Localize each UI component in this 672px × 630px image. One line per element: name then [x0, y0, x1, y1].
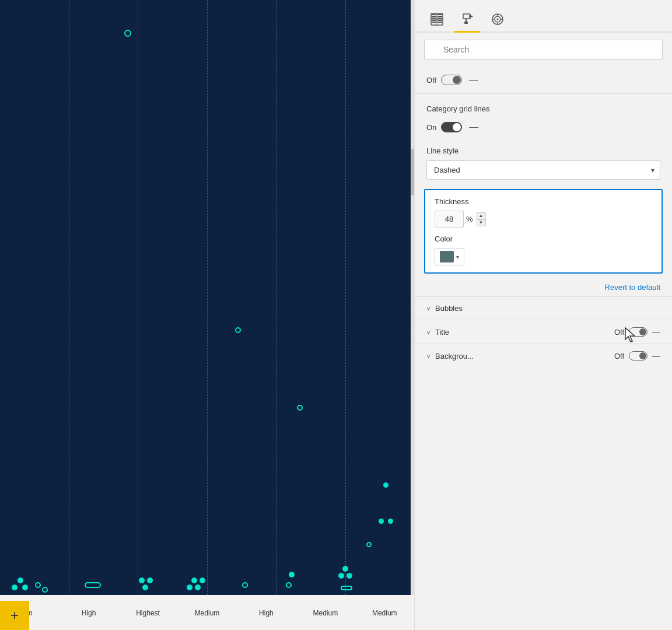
- divider-1: [415, 93, 672, 94]
- data-dot: [342, 566, 348, 572]
- category-on-toggle-row: On —: [415, 116, 672, 138]
- svg-rect-6: [432, 20, 436, 21]
- format-icon: [461, 13, 474, 26]
- col-label-2: High: [59, 609, 118, 617]
- title-section[interactable]: ∨ Title Off —: [415, 320, 672, 344]
- tab-format[interactable]: [454, 7, 480, 33]
- chart-column-5: [276, 0, 346, 595]
- off-toggle[interactable]: [441, 75, 462, 85]
- bubbles-section[interactable]: ∨ Bubbles: [415, 296, 672, 320]
- title-toggle-container: Off —: [614, 327, 660, 337]
- chart-area: m High Highest Medium High Medium Medium…: [0, 0, 414, 630]
- color-swatch: [440, 251, 454, 262]
- svg-rect-1: [432, 16, 436, 17]
- data-dot: [242, 582, 248, 588]
- data-dot: [341, 586, 352, 590]
- spinner-down[interactable]: ▼: [477, 219, 486, 226]
- data-dot: [235, 327, 241, 333]
- color-row: Color ▾: [435, 235, 652, 265]
- svg-rect-0: [432, 14, 436, 15]
- add-button[interactable]: +: [0, 601, 29, 630]
- data-dot: [286, 582, 292, 588]
- data-dot: [289, 572, 295, 578]
- data-dot: [379, 519, 384, 524]
- chart-column-6: [346, 0, 415, 595]
- data-dot: [200, 578, 205, 583]
- data-dot: [124, 30, 131, 37]
- chart-grid: [0, 0, 414, 595]
- chart-scrollthumb[interactable]: [411, 149, 414, 195]
- chart-column-2: [69, 0, 139, 595]
- tab-fields[interactable]: [424, 7, 450, 33]
- background-section[interactable]: ∨ Backgrou... Off —: [415, 344, 672, 368]
- off-toggle-container: Off —: [426, 75, 478, 85]
- data-dot: [18, 578, 23, 583]
- color-label: Color: [435, 235, 652, 243]
- line-style-dropdown-container: Dashed Solid Dotted ▾: [415, 158, 672, 184]
- bubbles-title: Bubbles: [435, 304, 660, 313]
- color-swatch-button[interactable]: ▾: [435, 248, 464, 265]
- data-dot: [22, 584, 28, 590]
- background-collapse-icon: ∨: [426, 353, 430, 359]
- search-input[interactable]: [424, 40, 663, 60]
- svg-rect-7: [432, 22, 436, 23]
- title-toggle-thumb: [639, 328, 646, 335]
- svg-rect-4: [438, 16, 442, 17]
- tab-analytics[interactable]: [485, 7, 510, 33]
- data-dot: [187, 584, 192, 590]
- col-label-6: Medium: [296, 609, 355, 617]
- chart-bottom-labels: m High Highest Medium High Medium Medium: [0, 595, 414, 630]
- format-panel: 🔍 Off — Category grid lines On: [414, 0, 672, 630]
- on-toggle-thumb: [453, 123, 461, 131]
- svg-rect-2: [432, 18, 436, 19]
- title-collapse-icon: ∨: [426, 329, 430, 335]
- col-label-7: Medium: [355, 609, 414, 617]
- data-dot: [338, 573, 344, 579]
- line-style-dropdown-wrapper: Dashed Solid Dotted ▾: [426, 160, 660, 180]
- line-style-select[interactable]: Dashed Solid Dotted: [426, 160, 660, 180]
- svg-rect-8: [438, 20, 442, 21]
- line-style-label: Line style: [426, 146, 459, 155]
- chart-scrolltrack: [411, 0, 414, 595]
- thickness-input[interactable]: [435, 211, 464, 228]
- on-toggle-container: On —: [426, 122, 478, 132]
- revert-link[interactable]: Revert to default: [415, 278, 672, 296]
- on-toggle[interactable]: [441, 122, 462, 132]
- thickness-input-row: % ▲ ▼: [435, 211, 652, 228]
- on-toggle-label: On: [426, 123, 436, 132]
- data-dot: [142, 584, 148, 590]
- title-toggle[interactable]: [629, 327, 648, 337]
- background-toggle-thumb: [639, 352, 646, 359]
- data-dot: [42, 587, 48, 593]
- svg-rect-3: [438, 14, 442, 15]
- svg-point-21: [497, 18, 499, 20]
- title-toggle-label: Off: [614, 328, 624, 337]
- swatch-dropdown-icon: ▾: [456, 254, 459, 260]
- plus-icon: +: [10, 607, 19, 624]
- data-dot: [195, 584, 201, 590]
- panel-tabs: [415, 0, 672, 33]
- search-container: 🔍: [415, 33, 672, 66]
- thickness-color-box: Thickness % ▲ ▼ Color ▾: [424, 189, 663, 274]
- data-dot: [388, 519, 393, 524]
- spinner-up[interactable]: ▲: [477, 212, 486, 219]
- fields-icon: [430, 13, 443, 26]
- data-dot: [12, 584, 18, 590]
- svg-rect-5: [438, 18, 442, 19]
- search-wrapper: 🔍: [424, 40, 663, 60]
- line-style-header: Line style: [415, 138, 672, 158]
- data-dot: [297, 405, 303, 411]
- data-dot: [35, 582, 41, 588]
- svg-point-18: [471, 15, 473, 17]
- background-label: Backgrou...: [435, 352, 614, 360]
- category-grid-lines-header: Category grid lines: [415, 96, 672, 116]
- data-dot: [85, 582, 101, 588]
- panel-content: Off — Category grid lines On — Line s: [415, 66, 672, 630]
- svg-rect-14: [466, 19, 467, 22]
- data-dot: [383, 482, 388, 488]
- chart-column-3: [138, 0, 208, 595]
- data-dot: [139, 578, 145, 583]
- background-toggle-container: Off —: [614, 351, 660, 360]
- col-label-3: Highest: [118, 609, 177, 617]
- background-toggle[interactable]: [629, 351, 648, 360]
